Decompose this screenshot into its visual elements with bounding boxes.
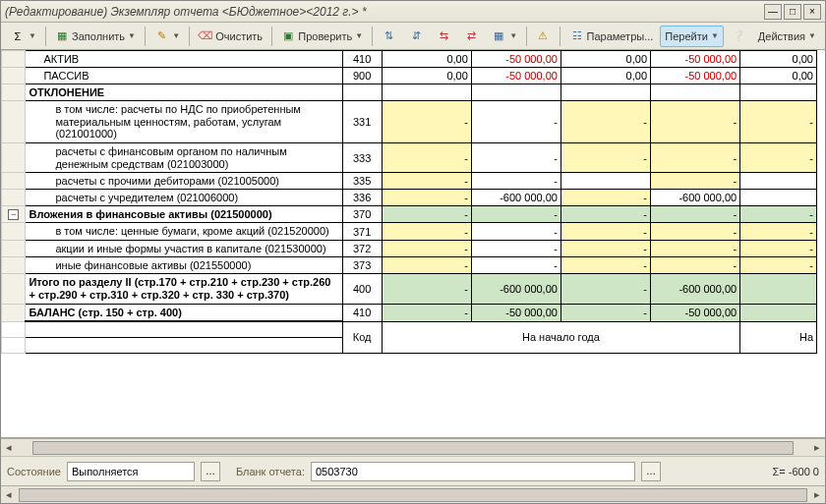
horizontal-scrollbar[interactable]: ◂ ▸: [1, 438, 825, 456]
cell-value[interactable]: [651, 84, 740, 101]
cell-value[interactable]: -50 000,00: [651, 304, 740, 321]
tool-a3[interactable]: ⇆: [431, 26, 456, 47]
cell-value[interactable]: -: [651, 206, 740, 223]
tool-a5[interactable]: ▦▼: [486, 26, 522, 47]
table-row[interactable]: ПАССИВ9000,00-50 000,000,00-50 000,000,0…: [2, 68, 817, 84]
cell-value[interactable]: [560, 173, 650, 190]
cell-value[interactable]: -: [740, 257, 817, 274]
fill-button[interactable]: ▦ Заполнить▼: [49, 26, 141, 47]
cell-value[interactable]: -: [382, 240, 471, 257]
tool-a2[interactable]: ⇵: [403, 26, 429, 47]
cell-value[interactable]: -: [560, 206, 650, 223]
cell-value[interactable]: [740, 173, 817, 190]
check-button[interactable]: ▣ Проверить▼: [275, 26, 368, 47]
cell-value[interactable]: -: [651, 173, 740, 190]
cell-value[interactable]: 0,00: [382, 68, 471, 84]
cell-value[interactable]: -: [382, 173, 471, 190]
cell-value[interactable]: -: [471, 257, 560, 274]
cell-value[interactable]: -: [560, 101, 650, 143]
cell-value[interactable]: -50 000,00: [471, 68, 560, 84]
help-button[interactable]: ❔: [726, 26, 751, 47]
table-row[interactable]: БАЛАНС (стр. 150 + стр. 400)410--50 000,…: [2, 304, 817, 321]
cell-value[interactable]: -: [560, 190, 650, 206]
cell-value[interactable]: -600 000,00: [471, 190, 560, 206]
cell-value[interactable]: -: [740, 142, 817, 172]
tool-info[interactable]: ⚠: [530, 26, 556, 47]
sigma-button[interactable]: Σ▼: [5, 26, 41, 47]
cell-value[interactable]: -: [471, 206, 560, 223]
cell-value[interactable]: -: [471, 223, 560, 241]
maximize-button[interactable]: □: [784, 4, 801, 20]
cell-value[interactable]: -: [471, 142, 560, 172]
cell-value[interactable]: -: [651, 257, 740, 274]
cell-value[interactable]: -: [471, 240, 560, 257]
cell-value[interactable]: -: [560, 223, 650, 241]
tool-a4[interactable]: ⇄: [458, 26, 484, 47]
cell-value[interactable]: -: [651, 142, 740, 172]
cell-value[interactable]: -: [471, 173, 560, 190]
cell-value[interactable]: [560, 84, 650, 101]
state-picker[interactable]: …: [201, 462, 220, 481]
cell-value[interactable]: -: [651, 240, 740, 257]
cell-value[interactable]: -: [740, 101, 817, 143]
table-row[interactable]: акции и иные формы участия в капитале (0…: [2, 240, 817, 257]
cell-value[interactable]: -600 000,00: [471, 274, 560, 304]
report-grid[interactable]: АКТИВ4100,00-50 000,000,00-50 000,000,00…: [1, 50, 817, 354]
cell-value[interactable]: -: [651, 223, 740, 241]
cell-value[interactable]: -: [560, 257, 650, 274]
cell-value[interactable]: 0,00: [560, 68, 650, 84]
cell-value[interactable]: -600 000,00: [651, 274, 740, 304]
cell-value[interactable]: 0,00: [740, 68, 817, 84]
cell-value[interactable]: -50 000,00: [471, 51, 560, 68]
cell-value[interactable]: -: [560, 142, 650, 172]
cell-value[interactable]: -: [382, 206, 471, 223]
cell-value[interactable]: -: [740, 223, 817, 241]
cell-value[interactable]: -: [382, 274, 471, 304]
cell-value[interactable]: -600 000,00: [651, 190, 740, 206]
cell-value[interactable]: [471, 84, 560, 101]
cell-value[interactable]: 0,00: [560, 51, 650, 68]
cell-value[interactable]: -: [382, 142, 471, 172]
tool-a1[interactable]: ⇅: [376, 26, 401, 47]
table-row[interactable]: АКТИВ4100,00-50 000,000,00-50 000,000,00: [2, 51, 817, 68]
table-row[interactable]: расчеты с прочими дебиторами (021005000)…: [2, 173, 817, 190]
cell-value[interactable]: 0,00: [740, 51, 817, 68]
edit-button[interactable]: ✎▼: [148, 26, 185, 47]
window-horizontal-scrollbar[interactable]: ◂ ▸: [1, 485, 825, 503]
cell-value[interactable]: [382, 84, 471, 101]
cell-value[interactable]: -: [382, 101, 471, 143]
cell-value[interactable]: -: [382, 190, 471, 206]
collapse-icon[interactable]: −: [8, 209, 19, 220]
close-button[interactable]: ×: [803, 4, 821, 20]
table-row[interactable]: Итого по разделу II (стр.170 + стр.210 +…: [2, 274, 817, 304]
table-row[interactable]: ОТКЛОНЕНИЕ: [2, 84, 817, 101]
cell-value[interactable]: [740, 84, 817, 101]
table-row[interactable]: расчеты с финансовым органом по наличным…: [2, 142, 817, 172]
table-row[interactable]: расчеты с учредителем (021006000)336--60…: [2, 190, 817, 206]
cell-value[interactable]: [740, 190, 817, 206]
blank-input[interactable]: 0503730: [311, 462, 635, 481]
clear-button[interactable]: ⌫ Очистить: [193, 26, 267, 47]
params-button[interactable]: ☷ Параметры...: [564, 26, 659, 47]
minimize-button[interactable]: —: [764, 4, 782, 20]
cell-value[interactable]: -50 000,00: [651, 51, 740, 68]
cell-value[interactable]: -: [740, 206, 817, 223]
blank-picker[interactable]: …: [641, 462, 661, 481]
cell-value[interactable]: -: [382, 304, 471, 321]
cell-value[interactable]: -: [382, 257, 471, 274]
table-row[interactable]: в том числе: ценные бумаги, кроме акций …: [2, 223, 817, 241]
cell-value[interactable]: [740, 274, 817, 304]
actions-button[interactable]: Действия▼: [753, 26, 821, 47]
table-row[interactable]: в том числе: расчеты по НДС по приобрете…: [2, 101, 817, 143]
cell-value[interactable]: -50 000,00: [471, 304, 560, 321]
cell-value[interactable]: -50 000,00: [651, 68, 740, 84]
cell-value[interactable]: -: [560, 240, 650, 257]
cell-value[interactable]: -: [560, 304, 650, 321]
goto-button[interactable]: Перейти▼: [660, 26, 724, 47]
cell-value[interactable]: [740, 304, 817, 321]
grid-area[interactable]: АКТИВ4100,00-50 000,000,00-50 000,000,00…: [1, 50, 825, 438]
cell-value[interactable]: -: [740, 240, 817, 257]
table-row[interactable]: −Вложения в финансовые активы (021500000…: [2, 206, 817, 223]
cell-value[interactable]: -: [471, 101, 560, 143]
cell-value[interactable]: -: [651, 101, 740, 143]
